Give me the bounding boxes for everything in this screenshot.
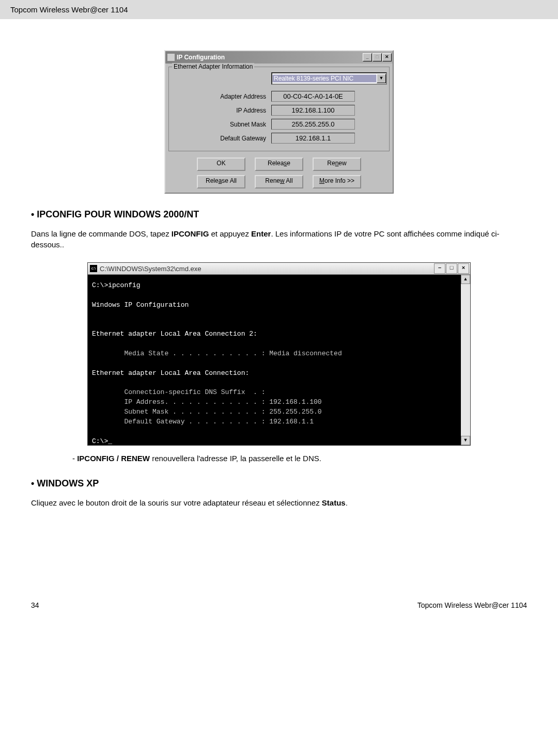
cmd-scrollbar[interactable]: ▲ ▼	[461, 275, 470, 445]
page-footer: 34 Topcom Wireless Webr@cer 1104	[0, 513, 558, 625]
sub-bullet-bold: IPCONFIG / RENEW	[77, 454, 150, 463]
adapter-select[interactable]: Realtek 8139-series PCI NIC ▼	[271, 72, 385, 85]
scroll-track[interactable]	[461, 284, 470, 436]
heading-windows-xp: • WINDOWS XP	[31, 478, 527, 489]
scroll-up-button[interactable]: ▲	[461, 275, 470, 284]
para2-suffix: .	[346, 498, 348, 507]
more-info-button[interactable]: More Info >>	[313, 175, 361, 188]
cmd-line-5: Ethernet adapter Local Area Connection:	[92, 369, 249, 377]
para1-ipconfig-bold: IPCONFIG	[172, 229, 209, 238]
adapter-fieldset: Ethernet Adapter Information Realtek 813…	[168, 67, 390, 151]
button-row-2: Release All Renew All More Info >>	[165, 172, 393, 193]
ipconfig-dialog: IP Configuration _ □ ✕ Ethernet Adapter …	[164, 50, 394, 194]
dropdown-arrow-icon[interactable]: ▼	[377, 74, 386, 83]
value-default-gateway: 192.168.1.1	[271, 133, 355, 144]
cmd-icon: c:\	[90, 265, 97, 272]
label-ip-address: IP Address	[173, 107, 271, 114]
para1-mid: et appuyez	[209, 229, 251, 238]
release-button[interactable]: Release	[255, 158, 303, 171]
renew-all-button[interactable]: Renew All	[255, 175, 303, 188]
renew-button[interactable]: Renew	[313, 158, 361, 171]
cmd-line-9: Default Gateway . . . . . . . . . : 192.…	[92, 418, 314, 426]
row-subnet-mask: Subnet Mask 255.255.255.0	[173, 119, 385, 130]
minimize-button[interactable]: _	[363, 53, 372, 61]
footer-right: Topcom Wireless Webr@cer 1104	[417, 601, 527, 609]
cmd-line-4: Media State . . . . . . . . . . . : Medi…	[92, 350, 342, 357]
cmd-window: c:\ C:\WINDOWS\System32\cmd.exe – □ × C:…	[87, 262, 471, 446]
cmd-close-button[interactable]: ×	[458, 263, 469, 274]
ipconfig-renew-note: - IPCONFIG / RENEW renouvellera l'adress…	[72, 454, 527, 463]
cmd-line-1: C:\>ipconfig	[92, 281, 141, 289]
para2-bold: Status	[322, 498, 346, 507]
heading-ipconfig-2000: • IPCONFIG POUR WINDOWS 2000/NT	[31, 209, 527, 220]
row-default-gateway: Default Gateway 192.168.1.1	[173, 133, 385, 144]
maximize-button[interactable]: □	[373, 53, 382, 61]
value-adapter-address: 00-C0-4C-A0-14-0E	[271, 91, 355, 102]
header-text: Topcom Wireless Webr@cer 1104	[10, 5, 128, 14]
dialog-title: IP Configuration	[177, 54, 362, 61]
cmd-titlebar: c:\ C:\WINDOWS\System32\cmd.exe – □ ×	[88, 263, 470, 275]
sub-bullet-rest: renouvellera l'adresse IP, la passerelle…	[150, 454, 321, 463]
row-adapter-address: Adapter Address 00-C0-4C-A0-14-0E	[173, 91, 385, 102]
cmd-minimize-button[interactable]: –	[434, 263, 445, 274]
para1-prefix: Dans la ligne de commande DOS, tapez	[31, 229, 172, 238]
label-default-gateway: Default Gateway	[173, 135, 271, 142]
page-header: Topcom Wireless Webr@cer 1104	[0, 0, 558, 19]
sub-bullet-prefix: -	[72, 454, 77, 463]
cmd-line-3: Ethernet adapter Local Area Connection 2…	[92, 330, 257, 338]
dialog-titlebar: IP Configuration _ □ ✕	[165, 51, 393, 64]
label-adapter-address: Adapter Address	[173, 93, 271, 100]
row-ip-address: IP Address 192.168.1.100	[173, 105, 385, 116]
button-row-1: OK Release Renew	[165, 154, 393, 172]
para-ipconfig-2000: Dans la ligne de commande DOS, tapez IPC…	[31, 228, 527, 250]
para2-prefix: Cliquez avec le bouton droit de la souri…	[31, 498, 322, 507]
fieldset-legend: Ethernet Adapter Information	[172, 63, 254, 70]
value-ip-address: 192.168.1.100	[271, 105, 355, 116]
cmd-line-8: Subnet Mask . . . . . . . . . . . : 255.…	[92, 408, 322, 416]
label-subnet-mask: Subnet Mask	[173, 121, 271, 128]
ok-button[interactable]: OK	[197, 158, 245, 171]
para1-enter-bold: Enter	[251, 229, 271, 238]
scroll-down-button[interactable]: ▼	[461, 436, 470, 445]
para-windows-xp: Cliquez avec le bouton droit de la souri…	[31, 497, 527, 508]
cmd-output: C:\>ipconfig Windows IP Configuration Et…	[88, 275, 461, 445]
close-button[interactable]: ✕	[382, 53, 392, 61]
page-number: 34	[31, 601, 39, 609]
cmd-line-10: C:\>_	[92, 437, 112, 445]
cmd-line-2: Windows IP Configuration	[92, 301, 189, 309]
cmd-title: C:\WINDOWS\System32\cmd.exe	[100, 265, 433, 273]
cmd-line-7: IP Address. . . . . . . . . . . . : 192.…	[92, 398, 322, 406]
value-subnet-mask: 255.255.255.0	[271, 119, 355, 130]
adapter-select-value: Realtek 8139-series PCI NIC	[272, 74, 377, 83]
release-all-button[interactable]: Release All	[197, 175, 245, 188]
dialog-icon	[167, 54, 175, 61]
cmd-maximize-button[interactable]: □	[446, 263, 457, 274]
cmd-line-6: Connection-specific DNS Suffix . :	[92, 388, 265, 396]
